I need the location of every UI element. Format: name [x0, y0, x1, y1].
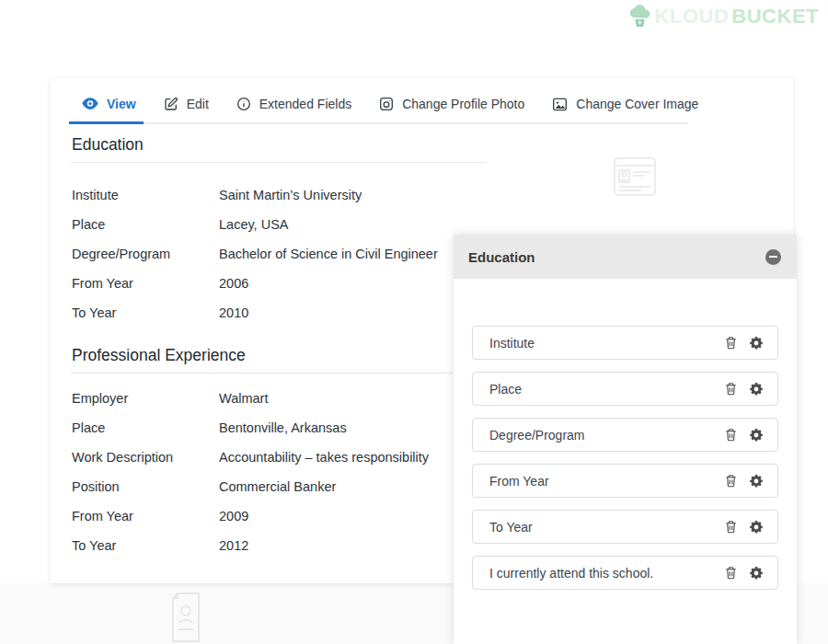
panel-item-actions	[724, 428, 764, 443]
field-value: Walmart	[219, 391, 268, 406]
collapse-minus-icon[interactable]	[765, 249, 781, 265]
resume-watermark-icon	[172, 592, 200, 644]
panel-item-actions	[724, 382, 764, 397]
panel-item-currently-attend[interactable]: I currently attend this school.	[472, 556, 778, 590]
panel-item-actions	[724, 336, 764, 351]
trash-icon[interactable]	[724, 428, 738, 442]
tab-view-label: View	[107, 97, 136, 111]
field-value: 2010	[219, 305, 248, 320]
panel-title: Education	[468, 249, 535, 265]
gear-icon[interactable]	[749, 336, 764, 351]
tab-extended-fields[interactable]: Extended Fields	[236, 97, 351, 111]
idcard-watermark-icon	[614, 157, 656, 200]
field-row-place: Place Lacey, USA	[72, 210, 495, 239]
tab-view[interactable]: View	[82, 97, 136, 111]
trash-icon[interactable]	[724, 474, 738, 488]
education-fields: Institute Saint Martin’s University Plac…	[72, 180, 495, 328]
field-value: Bentonville, Arkansas	[219, 420, 347, 435]
panel-item-label: To Year	[489, 520, 533, 535]
field-row-position: Position Commercial Banker	[72, 472, 495, 501]
trash-icon[interactable]	[724, 566, 738, 580]
field-label: Institute	[72, 188, 219, 202]
panel-item-actions	[724, 474, 764, 489]
field-row-degree-program: Degree/Program Bachelor of Science in Ci…	[72, 239, 495, 269]
tab-extended-fields-label: Extended Fields	[259, 97, 351, 111]
field-value: Lacey, USA	[219, 217, 289, 232]
section-title-education: Education	[72, 135, 144, 155]
field-label: Degree/Program	[72, 247, 219, 261]
panel-item-label: I currently attend this school.	[489, 566, 653, 581]
camera-icon	[379, 97, 394, 111]
panel-item-actions	[724, 566, 764, 581]
edit-icon	[164, 97, 178, 111]
field-row-from-year: From Year 2009	[72, 501, 495, 531]
panel-item-degree-program[interactable]: Degree/Program	[472, 418, 778, 452]
field-label: Place	[72, 420, 219, 435]
cloud-bucket-icon	[627, 5, 652, 29]
field-label: To Year	[72, 305, 219, 320]
eye-icon	[82, 98, 98, 110]
field-label: Position	[72, 479, 219, 494]
field-value: Commercial Banker	[219, 479, 336, 494]
brand-logo: KLOUDBUCKET	[627, 5, 819, 29]
accordion-header-education[interactable]: Education	[454, 235, 797, 279]
section-title-experience: Professional Experience	[72, 346, 246, 365]
panel-item-institute[interactable]: Institute	[472, 326, 778, 360]
tab-change-cover-image-label: Change Cover Image	[576, 97, 698, 111]
info-circle-icon	[236, 97, 251, 111]
field-row-to-year: To Year 2010	[72, 298, 495, 328]
panel-item-place[interactable]: Place	[472, 372, 778, 406]
trash-icon[interactable]	[724, 382, 738, 396]
field-label: Employer	[72, 391, 219, 406]
tab-edit-label: Edit	[187, 97, 209, 111]
section-divider	[71, 162, 486, 163]
field-label: From Year	[72, 276, 219, 291]
field-label: Work Description	[72, 450, 219, 465]
field-value: Bachelor of Science in Civil Engineer	[219, 247, 438, 261]
field-row-employer: Employer Walmart	[72, 384, 495, 413]
field-row-work-description: Work Description Accountability – takes …	[72, 443, 495, 472]
field-label: From Year	[72, 509, 219, 523]
tab-change-profile-photo-label: Change Profile Photo	[402, 97, 524, 111]
trash-icon[interactable]	[724, 520, 738, 534]
experience-fields: Employer Walmart Place Bentonville, Arka…	[72, 384, 495, 560]
trash-icon[interactable]	[724, 336, 738, 350]
tab-edit[interactable]: Edit	[164, 97, 209, 111]
panel-item-to-year[interactable]: To Year	[472, 510, 778, 544]
panel-item-label: Institute	[489, 336, 535, 351]
gear-icon[interactable]	[749, 566, 764, 581]
panel-item-from-year[interactable]: From Year	[472, 464, 778, 498]
brand-text-primary: KLOUD	[655, 5, 730, 29]
field-value: 2009	[219, 509, 248, 523]
panel-field-list: Institute Place Degree/Program	[454, 279, 797, 590]
section-divider	[71, 373, 486, 374]
field-value: Accountability – takes responsibility	[219, 450, 429, 465]
panel-item-actions	[724, 520, 764, 535]
brand-text-secondary: BUCKET	[731, 5, 819, 29]
tab-bar: View Edit Extended Fields	[69, 89, 688, 124]
field-row-institute: Institute Saint Martin’s University	[72, 180, 495, 210]
panel-item-label: Place	[489, 382, 522, 397]
field-value: 2012	[219, 538, 248, 553]
tab-change-profile-photo[interactable]: Change Profile Photo	[379, 97, 524, 111]
field-value: 2006	[219, 276, 248, 291]
gear-icon[interactable]	[749, 428, 764, 443]
field-label: Place	[72, 217, 219, 232]
tab-change-cover-image[interactable]: Change Cover Image	[552, 97, 698, 111]
field-value: Saint Martin’s University	[219, 188, 362, 202]
page: KLOUDBUCKET View	[0, 0, 828, 644]
gear-icon[interactable]	[749, 520, 764, 535]
field-label: To Year	[72, 538, 219, 553]
gear-icon[interactable]	[749, 474, 764, 489]
panel-item-label: Degree/Program	[489, 428, 585, 443]
field-row-from-year: From Year 2006	[72, 269, 495, 298]
education-builder-panel: Education Institute Place Degree/Program	[454, 235, 797, 644]
gear-icon[interactable]	[749, 382, 764, 397]
field-row-to-year: To Year 2012	[72, 531, 495, 560]
field-row-place: Place Bentonville, Arkansas	[72, 413, 495, 443]
image-icon	[552, 98, 568, 111]
panel-item-label: From Year	[489, 474, 549, 489]
